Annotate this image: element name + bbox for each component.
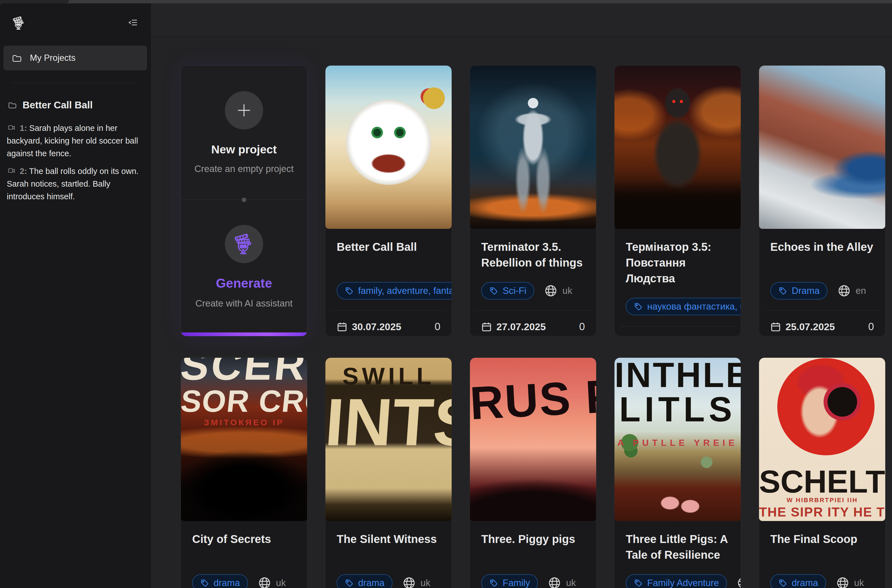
project-title: Three. Piggy pigs <box>481 531 585 562</box>
project-title: Термінатор 3.5: Повстання Людства <box>626 239 730 286</box>
project-card[interactable]: Terminator 3.5. Rebellion of things Sci-… <box>470 65 596 336</box>
project-info: City of Secrets drama uk 24.07.2025 0 <box>181 521 307 588</box>
project-info: Echoes in the Alley Drama en 25.07.2025 … <box>759 229 885 333</box>
project-footer: 30.07.2025 0 <box>337 321 440 333</box>
project-card[interactable]: Echoes in the Alley Drama en 25.07.2025 … <box>759 65 886 336</box>
scene-item[interactable]: 1: Sarah plays alone in her backyard, ki… <box>7 122 142 160</box>
project-date: 25.07.2025 <box>770 321 835 332</box>
projects-grid: New project Create an empty project Gene… <box>181 65 886 588</box>
globe-icon <box>258 576 271 588</box>
project-card[interactable]: SCERI SOR CROET ЗМІТОКЯЕО ІР City of Sec… <box>181 357 307 588</box>
video-camera-icon <box>7 167 17 174</box>
project-date: 30.07.2025 <box>337 321 401 332</box>
globe-icon <box>545 284 557 297</box>
project-card[interactable]: Термінатор 3.5: Повстання Людства науков… <box>614 65 741 336</box>
scene-number: 1: <box>20 124 27 133</box>
project-name: Better Call Ball <box>23 99 93 111</box>
plus-icon <box>235 101 253 119</box>
poster-text: SWILL <box>325 363 452 389</box>
project-date: 27.07.2025 <box>481 321 546 332</box>
generate-subtitle: Create with AI assistant <box>196 298 293 309</box>
project-count: 0 <box>868 321 874 333</box>
genre-tag[interactable]: drama <box>337 574 393 588</box>
project-card[interactable]: Better Call Ball family, adventure, fant… <box>325 65 452 336</box>
calendar-icon <box>481 321 492 332</box>
main-toolbar <box>151 3 892 37</box>
project-meta: наукова фантастика, бойовик, трилер <box>626 297 741 315</box>
new-project-button[interactable]: New project Create an empty project <box>181 66 307 200</box>
project-meta: Drama en <box>770 282 885 300</box>
language-indicator: uk <box>545 284 572 297</box>
collapse-sidebar-icon[interactable] <box>128 18 138 28</box>
genre-tag-label: Drama <box>792 285 820 296</box>
project-info: Three Little Pigs: A Tale of Resilience … <box>614 521 741 588</box>
language-indicator: uk <box>258 576 286 588</box>
genre-tag[interactable]: drama <box>770 574 826 588</box>
create-project-card: New project Create an empty project Gene… <box>181 65 307 336</box>
project-count: 0 <box>579 321 585 333</box>
globe-icon <box>838 284 851 297</box>
language-indicator: uk <box>403 576 430 588</box>
poster-text: LITLS <box>614 391 741 428</box>
project-card[interactable]: RUS POP Three. Piggy pigs Family uk <box>470 357 596 588</box>
genre-tag[interactable]: drama <box>192 574 248 588</box>
window-top-strip <box>0 0 892 3</box>
card-divider <box>475 310 591 311</box>
language-code: uk <box>421 578 430 588</box>
project-meta: family, adventure, fantasy <box>337 282 452 300</box>
language-indicator: en <box>838 284 866 297</box>
poster-text: W HIBRBRTPIEI IIH <box>759 497 885 503</box>
tag-icon <box>489 578 498 587</box>
genre-tag-label: drama <box>792 578 818 588</box>
project-info: The Silent Witness drama uk 24.07.2025 0 <box>325 521 452 588</box>
sidebar-item-my-projects[interactable]: My Projects <box>3 46 147 70</box>
language-code: uk <box>566 578 576 588</box>
project-card[interactable]: INTHLES LITLS A PUTLLE YREIE Three Littl… <box>614 357 741 588</box>
project-poster: INTHLES LITLS A PUTLLE YREIE <box>614 358 741 521</box>
project-title: Terminator 3.5. Rebellion of things <box>481 239 585 270</box>
genre-tag[interactable]: Drama <box>770 282 827 300</box>
genre-tag[interactable]: Family Adventure <box>626 574 727 588</box>
project-card[interactable]: SWILL INTS The Silent Witness drama uk <box>325 357 452 588</box>
sidebar: My Projects Better Call Ball 1: Sarah pl… <box>0 3 151 588</box>
poster-text: SOR CROET <box>181 385 307 417</box>
card-divider <box>331 310 446 311</box>
genre-tag-label: Family Adventure <box>647 578 719 588</box>
project-info: Термінатор 3.5: Повстання Людства науков… <box>614 229 741 336</box>
project-date-label: 27.07.2025 <box>496 321 546 332</box>
create-card-divider <box>181 200 307 200</box>
poster-text: RUS POP <box>470 372 596 428</box>
genre-tag[interactable]: наукова фантастика, бойовик, трилер <box>626 298 741 315</box>
genre-tag[interactable]: Family <box>481 574 538 588</box>
generate-title: Generate <box>216 276 272 291</box>
poster-text: ЗМІТОКЯЕО ІР <box>181 418 307 427</box>
robot-clapperboard-icon <box>233 232 255 256</box>
project-title: The Silent Witness <box>337 531 440 562</box>
genre-tag[interactable]: Sci-Fi <box>481 282 534 300</box>
genre-tag[interactable]: family, adventure, fantasy <box>337 282 452 300</box>
project-card[interactable]: SCHELTHE W HIBRBRTPIEI IIH THE SIPR ITY … <box>759 357 886 588</box>
poster-text: SCHELTHE <box>759 465 885 498</box>
poster-text: INTS <box>325 387 452 458</box>
poster-text: A PUTLLE YREIE <box>614 438 741 448</box>
robot-circle <box>225 225 263 263</box>
generate-button[interactable]: Generate Create with AI assistant <box>181 200 307 334</box>
project-meta: drama uk <box>192 574 307 588</box>
tag-icon <box>778 286 787 295</box>
tag-icon <box>344 286 353 295</box>
globe-icon <box>737 576 741 588</box>
my-projects-label: My Projects <box>30 53 75 63</box>
project-title: City of Secrets <box>192 531 296 562</box>
video-camera-icon <box>7 124 17 132</box>
sidebar-project-header[interactable]: Better Call Ball <box>8 99 143 111</box>
project-poster: SCHELTHE W HIBRBRTPIEI IIH THE SIPR ITY … <box>759 358 885 521</box>
generate-accent-bar <box>181 332 307 336</box>
project-date-label: 30.07.2025 <box>352 321 401 332</box>
scene-item[interactable]: 2: The ball rolls oddly on its own. Sara… <box>7 165 142 203</box>
language-indicator: uk <box>836 576 864 588</box>
project-poster: SCERI SOR CROET ЗМІТОКЯЕО ІР <box>181 358 307 521</box>
globe-icon <box>836 576 849 588</box>
project-meta: drama uk <box>770 574 885 588</box>
poster-text: THE SIPR ITY HE THE OF <box>759 505 885 519</box>
project-footer: 25.07.2025 0 <box>770 321 874 333</box>
